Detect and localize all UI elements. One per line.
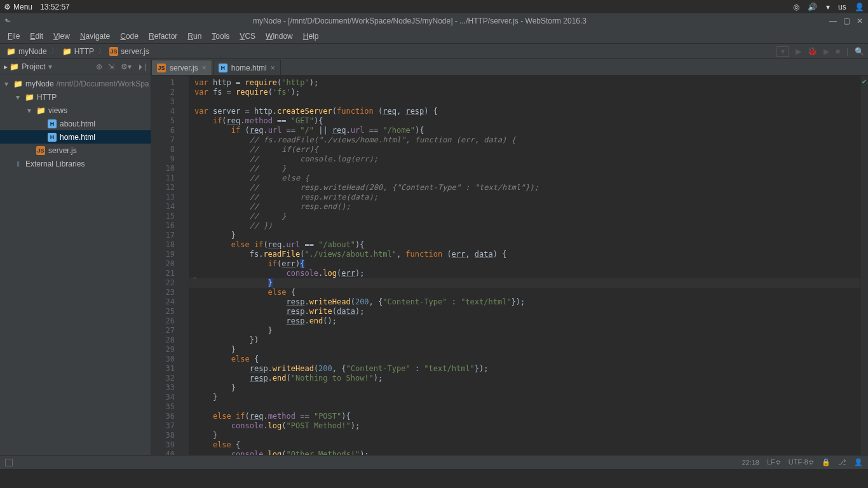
code-editor[interactable]: var http = require('http'); var fs = req… bbox=[189, 76, 860, 455]
error-stripe[interactable]: ✔ bbox=[860, 76, 868, 455]
menu-refactor[interactable]: Refactor bbox=[145, 30, 181, 42]
breadcrumb-HTTP[interactable]: 📁HTTP bbox=[60, 47, 97, 56]
stop-button[interactable]: ■ bbox=[836, 47, 840, 56]
minimize-button[interactable]: — bbox=[829, 17, 837, 25]
folder-icon: ▸ 📁 bbox=[4, 62, 19, 71]
caret-position[interactable]: 22:18 bbox=[742, 459, 759, 466]
tool-window-toggle[interactable] bbox=[5, 459, 13, 466]
inspection-ok-icon: ✔ bbox=[862, 78, 867, 85]
user-icon[interactable]: 👤 bbox=[855, 3, 864, 11]
close-tab-icon[interactable]: × bbox=[271, 64, 275, 72]
git-branch-icon[interactable]: ⎇ bbox=[838, 458, 846, 466]
maximize-button[interactable]: ▢ bbox=[843, 17, 850, 25]
steam-icon[interactable]: ◎ bbox=[793, 3, 799, 11]
window-title: myNode - [/mnt/D/Document/WorkSpace/Node… bbox=[15, 17, 824, 25]
network-icon[interactable]: ▾ bbox=[826, 3, 830, 11]
os-menu-icon[interactable]: ⚙ bbox=[4, 3, 11, 11]
tree-item-home-html[interactable]: Hhome.html bbox=[0, 130, 151, 144]
debug-button[interactable]: 🐞 bbox=[808, 47, 817, 56]
line-gutter: 1 2 3 4 5 6 7 8 9 10 11 12 13 14 15 16 1… bbox=[151, 76, 189, 455]
menu-edit[interactable]: Edit bbox=[26, 30, 47, 42]
code-area[interactable]: 1 2 3 4 5 6 7 8 9 10 11 12 13 14 15 16 1… bbox=[151, 76, 868, 455]
readonly-lock-icon[interactable]: 🔒 bbox=[822, 458, 831, 466]
project-header-label: Project bbox=[22, 62, 45, 71]
breadcrumb-bar: 📁myNode〉📁HTTP〉JSserver.js ▾ ▶ 🐞 ▶̤ ■ | 🔍 bbox=[0, 44, 868, 59]
tree-item-server-js[interactable]: JSserver.js bbox=[0, 144, 151, 157]
status-bar: 22:18 LF≎ UTF-8≎ 🔒 ⎇ 👤 bbox=[0, 455, 868, 469]
os-tray: ◎ 🔊 ▾ us 👤 bbox=[787, 3, 864, 11]
menu-navigate[interactable]: Navigate bbox=[76, 30, 114, 42]
menu-run[interactable]: Run bbox=[184, 30, 205, 42]
os-top-bar: ⚙ Menu 13:52:57 ◎ 🔊 ▾ us 👤 bbox=[0, 0, 868, 13]
os-clock: 13:52:57 bbox=[40, 3, 70, 11]
window-titlebar: ⬑ myNode - [/mnt/D/Document/WorkSpace/No… bbox=[0, 13, 868, 29]
menu-view[interactable]: View bbox=[50, 30, 74, 42]
menu-vcs[interactable]: VCS bbox=[236, 30, 259, 42]
run-button[interactable]: ▶ bbox=[796, 47, 801, 56]
tree-item-about-html[interactable]: Habout.html bbox=[0, 117, 151, 130]
menu-file[interactable]: File bbox=[4, 30, 24, 42]
close-tab-icon[interactable]: × bbox=[202, 64, 207, 72]
volume-icon[interactable]: 🔊 bbox=[808, 3, 817, 11]
tree-item-views[interactable]: ▾📁views bbox=[0, 104, 151, 117]
collapse-icon[interactable]: ⇲ bbox=[108, 62, 114, 71]
close-button[interactable]: ✕ bbox=[857, 17, 863, 25]
tree-item-myNode[interactable]: ▾📁myNode /mnt/D/Document/WorkSpa bbox=[0, 77, 151, 90]
os-menu-label[interactable]: Menu bbox=[13, 3, 32, 11]
hector-icon[interactable]: 👤 bbox=[854, 458, 863, 466]
editor-tabs: JSserver.js×Hhome.html× bbox=[151, 59, 868, 76]
coverage-button[interactable]: ▶̤ bbox=[824, 47, 829, 56]
tree-item-External Libraries[interactable]: ⦀External Libraries bbox=[0, 157, 151, 170]
scroll-to-icon[interactable]: ⊕ bbox=[96, 62, 102, 71]
config-dropdown[interactable]: ▾ bbox=[776, 46, 789, 57]
editor-pane: JSserver.js×Hhome.html× 1 2 3 4 5 6 7 8 … bbox=[151, 59, 868, 455]
breadcrumb-myNode[interactable]: 📁myNode bbox=[4, 47, 50, 56]
tree-item-HTTP[interactable]: ▾📁HTTP bbox=[0, 90, 151, 104]
tab-home-html[interactable]: Hhome.html× bbox=[213, 60, 281, 75]
menu-tools[interactable]: Tools bbox=[208, 30, 233, 42]
kbd-layout[interactable]: us bbox=[838, 3, 846, 11]
project-sidebar: ▸ 📁 Project ▾ ⊕ ⇲ ⚙▾ ⏵| ▾📁myNode /mnt/D/… bbox=[0, 59, 151, 455]
main-menu: FileEditViewNavigateCodeRefactorRunTools… bbox=[0, 29, 868, 44]
search-button[interactable]: 🔍 bbox=[855, 47, 864, 56]
file-encoding[interactable]: UTF-8≎ bbox=[789, 458, 814, 466]
breadcrumb-server-js[interactable]: JSserver.js bbox=[107, 47, 152, 56]
hide-icon[interactable]: ⏵| bbox=[137, 62, 147, 71]
line-separator[interactable]: LF≎ bbox=[767, 458, 781, 466]
tab-server-js[interactable]: JSserver.js× bbox=[151, 60, 212, 75]
menu-code[interactable]: Code bbox=[116, 30, 142, 42]
project-tree[interactable]: ▾📁myNode /mnt/D/Document/WorkSpa▾📁HTTP▾📁… bbox=[0, 74, 151, 173]
menu-window[interactable]: Window bbox=[262, 30, 297, 42]
settings-icon[interactable]: ⚙▾ bbox=[121, 62, 132, 71]
back-icon[interactable]: ⬑ bbox=[0, 17, 15, 25]
menu-help[interactable]: Help bbox=[299, 30, 323, 42]
project-header[interactable]: ▸ 📁 Project ▾ ⊕ ⇲ ⚙▾ ⏵| bbox=[0, 59, 151, 74]
